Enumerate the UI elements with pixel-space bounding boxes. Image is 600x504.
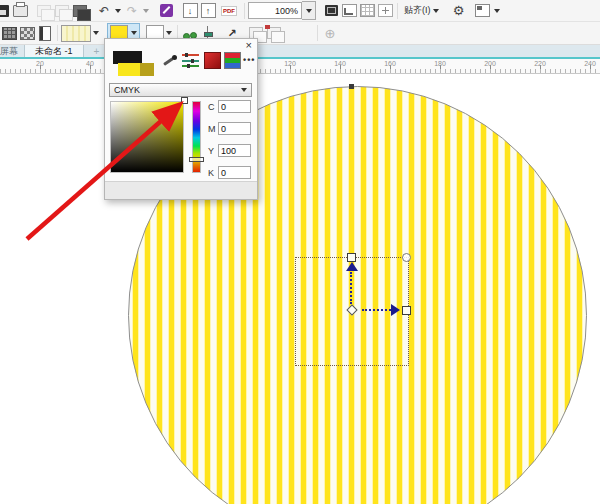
copy-button[interactable] (53, 3, 71, 19)
ruler-label: 140 (334, 60, 346, 67)
fill-vector-horizontal-line (362, 309, 391, 311)
grid-icon (360, 4, 375, 17)
app-launcher-button[interactable] (157, 3, 175, 19)
zoom-level-input[interactable]: 100% (248, 2, 302, 19)
ruler-label: 160 (384, 60, 396, 67)
copy-properties-button[interactable] (265, 25, 283, 41)
paste-icon (73, 5, 87, 17)
add-preset-button[interactable]: ⊕ (321, 25, 339, 41)
pattern-preview-dropdown[interactable] (91, 31, 101, 35)
export-icon: ↑ (201, 3, 216, 18)
print-icon (13, 5, 28, 17)
redo-button[interactable]: ↷ (123, 3, 141, 19)
cut-icon (37, 5, 51, 17)
horizontal-ruler[interactable]: 20 40 60 80 100 120 140 160 180 200 220 … (0, 59, 600, 74)
hue-slider[interactable] (192, 101, 201, 173)
ruler-label: 40 (86, 60, 94, 67)
window-icon (475, 4, 490, 17)
flyout-footer (105, 181, 257, 199)
tab-welcome-partial[interactable]: 屏幕 (0, 45, 24, 58)
add-guidelines-button[interactable] (376, 3, 394, 19)
show-grid-button[interactable] (358, 3, 376, 19)
pattern-preview-swatch[interactable] (61, 25, 91, 42)
pattern-icon (20, 27, 35, 40)
fill-handle-right-square[interactable] (402, 306, 411, 315)
cut-button[interactable] (35, 3, 53, 19)
field-input-y[interactable]: 100 (218, 144, 251, 157)
ruler-label: 220 (534, 60, 546, 67)
color-palettes-button[interactable] (224, 52, 241, 69)
fullscreen-preview-button[interactable] (322, 3, 340, 19)
field-input-k[interactable]: 0 (218, 166, 251, 179)
tab-document-active[interactable]: 未命名 -1 (24, 45, 84, 57)
cmyk-field-row: M 0 (208, 122, 251, 135)
paste-button[interactable] (71, 3, 89, 19)
field-label-y: Y (208, 146, 215, 156)
more-options-button[interactable]: ••• (243, 55, 255, 65)
pdf-icon: PDF (221, 6, 237, 16)
snap-to-dropdown[interactable]: 贴齐(I) (401, 4, 444, 17)
circle-plus-icon: ⊕ (325, 27, 336, 40)
zoom-level-value: 100% (275, 6, 298, 16)
field-label-c: C (208, 102, 215, 112)
rulers-icon (342, 4, 357, 17)
eyedropper-button[interactable] (161, 53, 177, 69)
undo-icon: ↶ (99, 5, 109, 17)
print-button[interactable] (11, 3, 29, 19)
show-rulers-button[interactable] (340, 3, 358, 19)
gear-icon: ⚙ (453, 4, 465, 17)
ruler-label: 20 (36, 60, 44, 67)
export-button[interactable]: ↑ (199, 3, 217, 19)
import-button[interactable]: ↓ (181, 3, 199, 19)
undo-button[interactable]: ↶ (95, 3, 113, 19)
publish-pdf-button[interactable]: PDF (217, 3, 241, 19)
red-mark (265, 25, 270, 29)
color-sliders-button[interactable] (182, 54, 199, 67)
color-preview-new (118, 63, 154, 76)
fill-handle-corner-circle[interactable] (402, 253, 411, 262)
app-launcher-icon (160, 4, 173, 17)
color-field-marker[interactable] (181, 97, 188, 104)
app-window: ↶ ↷ ↓ ↑ PDF 100% 贴齐(I) ⚙ (0, 0, 600, 504)
property-bar: ↗ ⊕ (0, 22, 600, 45)
fill-vector-vertical-line (350, 272, 352, 304)
circle-top-node[interactable] (349, 84, 354, 89)
import-icon: ↓ (183, 3, 198, 18)
undo-dropdown[interactable] (113, 9, 123, 13)
close-icon[interactable]: × (246, 40, 252, 51)
front-color-dropdown-caret (131, 31, 137, 35)
ruler-label: 240 (584, 60, 596, 67)
window-launch-dropdown[interactable] (492, 9, 502, 13)
ruler-label: 120 (284, 60, 296, 67)
field-input-m[interactable]: 0 (218, 122, 251, 135)
ruler-label: 200 (484, 60, 496, 67)
snap-to-label: 贴齐(I) (404, 4, 431, 17)
copy-icon (55, 5, 69, 17)
ruler-label: 180 (434, 60, 446, 67)
field-input-c[interactable]: 0 (218, 100, 251, 113)
hue-slider-handle[interactable] (189, 157, 204, 162)
save-icon (0, 5, 9, 17)
cmyk-field-row: Y 100 (208, 144, 251, 157)
zoom-level-dropdown[interactable] (302, 1, 316, 20)
color-model-select[interactable]: CMYK (109, 83, 252, 97)
redo-dropdown[interactable] (141, 9, 151, 13)
color-viewers-button[interactable] (204, 52, 221, 69)
standard-toolbar: ↶ ↷ ↓ ↑ PDF 100% 贴齐(I) ⚙ (0, 0, 600, 22)
fill-page-button[interactable] (36, 25, 54, 41)
back-color-dropdown[interactable] (164, 31, 174, 35)
color-picker-flyout: × ••• CMYK C 0 M 0 Y 100 K 0 (104, 38, 258, 200)
color-model-value: CMYK (114, 85, 140, 95)
save-button[interactable] (0, 3, 11, 19)
fill-tiles-button[interactable] (0, 25, 18, 41)
document-tab-bar: 屏幕 未命名 -1 + (0, 45, 600, 59)
window-launch-button[interactable] (474, 3, 492, 19)
fill-handle-top-square[interactable] (347, 253, 356, 262)
field-label-m: M (208, 124, 215, 134)
color-field[interactable] (110, 101, 184, 173)
new-document-tab-button[interactable]: + (94, 46, 100, 57)
options-button[interactable]: ⚙ (450, 3, 468, 19)
fill-pattern-button[interactable] (18, 25, 36, 41)
tiles-icon (2, 27, 17, 40)
cmyk-field-row: C 0 (208, 100, 251, 113)
